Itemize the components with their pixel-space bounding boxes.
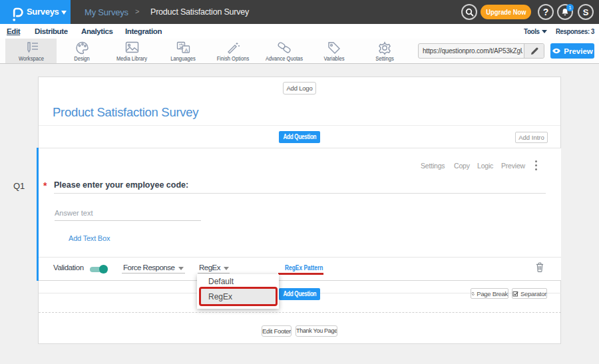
svg-text:A: A bbox=[184, 47, 188, 53]
